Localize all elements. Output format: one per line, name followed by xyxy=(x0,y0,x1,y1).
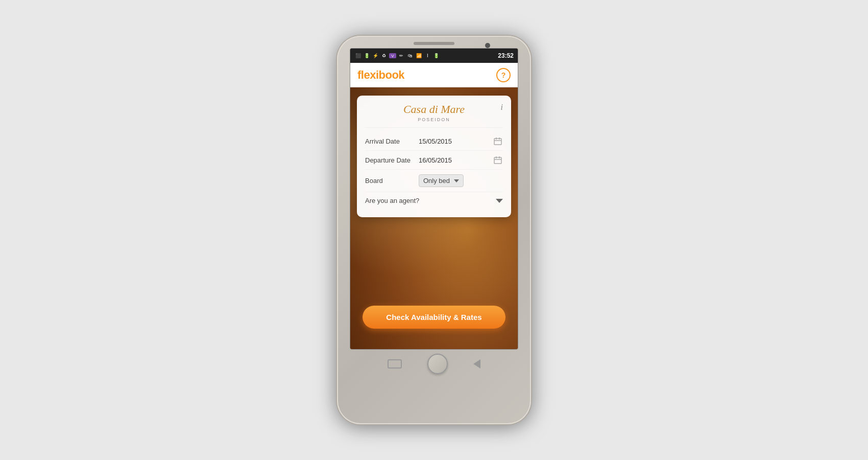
phone-top xyxy=(337,36,531,48)
info-icon[interactable]: i xyxy=(501,103,503,112)
home-button[interactable] xyxy=(427,354,448,374)
agent-label: Are you an agent? xyxy=(365,197,496,204)
help-button[interactable]: ? xyxy=(496,68,511,82)
agent-dropdown-arrow xyxy=(496,199,503,203)
status-icon-6: 🛍 xyxy=(406,53,414,58)
status-icon-signal: Ⅰ xyxy=(424,53,431,58)
phone-camera xyxy=(485,43,490,48)
hotel-subtitle: POSEIDON xyxy=(365,117,503,122)
recent-apps-button[interactable] xyxy=(388,359,402,369)
board-value: Only bed xyxy=(423,177,450,185)
phone-bottom-nav xyxy=(337,350,531,381)
status-icon-wifi: 📶 xyxy=(415,53,422,58)
departure-value: 16/05/2015 xyxy=(419,156,493,164)
board-row: Board Only bed xyxy=(365,170,503,192)
status-bar: ⬛ 🔋 ⚡ ♻ V ✏ 🛍 📶 Ⅰ 🔋 23:52 xyxy=(350,49,518,63)
status-icon-battery: 🔋 xyxy=(432,53,440,58)
svg-rect-0 xyxy=(494,139,501,145)
hotel-name: Casa di Mare xyxy=(365,103,503,116)
arrival-label: Arrival Date xyxy=(365,137,419,145)
status-icon-viber: V xyxy=(389,53,396,58)
phone-shell: ⬛ 🔋 ⚡ ♻ V ✏ 🛍 📶 Ⅰ 🔋 23:52 flexibook ? xyxy=(337,36,531,424)
status-icon-2: 🔋 xyxy=(363,53,370,58)
hotel-logo-area: Casa di Mare POSEIDON i xyxy=(365,103,503,128)
back-button[interactable] xyxy=(473,359,480,369)
app-header: flexibook ? xyxy=(350,63,518,87)
status-icons: ⬛ 🔋 ⚡ ♻ V ✏ 🛍 📶 Ⅰ 🔋 xyxy=(354,53,440,58)
arrival-row: Arrival Date 15/05/2015 xyxy=(365,132,503,151)
phone-speaker xyxy=(414,42,454,45)
status-icon-1: ⬛ xyxy=(354,53,361,58)
arrival-calendar-icon[interactable] xyxy=(493,136,503,146)
logo-bold[interactable]: book xyxy=(379,68,405,81)
status-icon-5: ✏ xyxy=(398,53,405,58)
status-icon-4: ♻ xyxy=(380,53,388,58)
phone-screen: ⬛ 🔋 ⚡ ♻ V ✏ 🛍 📶 Ⅰ 🔋 23:52 flexibook ? xyxy=(350,48,518,350)
arrival-value: 15/05/2015 xyxy=(419,137,493,145)
board-label: Board xyxy=(365,177,419,185)
svg-rect-4 xyxy=(494,157,501,164)
status-time: 23:52 xyxy=(498,52,514,59)
booking-card: Casa di Mare POSEIDON i Arrival Date 15/… xyxy=(357,96,511,217)
app-logo: flexibook xyxy=(357,68,404,82)
cta-area: Check Availability & Rates xyxy=(363,306,505,329)
departure-row: Departure Date 16/05/2015 xyxy=(365,151,503,170)
board-select[interactable]: Only bed xyxy=(419,174,464,187)
agent-row[interactable]: Are you an agent? xyxy=(365,192,503,209)
main-content: Casa di Mare POSEIDON i Arrival Date 15/… xyxy=(350,87,518,349)
departure-label: Departure Date xyxy=(365,156,419,164)
check-availability-button[interactable]: Check Availability & Rates xyxy=(363,306,505,329)
status-icon-3: ⚡ xyxy=(372,53,379,58)
logo-regular: flexi xyxy=(357,68,379,81)
departure-calendar-icon[interactable] xyxy=(493,155,503,165)
board-dropdown-arrow xyxy=(454,179,459,182)
